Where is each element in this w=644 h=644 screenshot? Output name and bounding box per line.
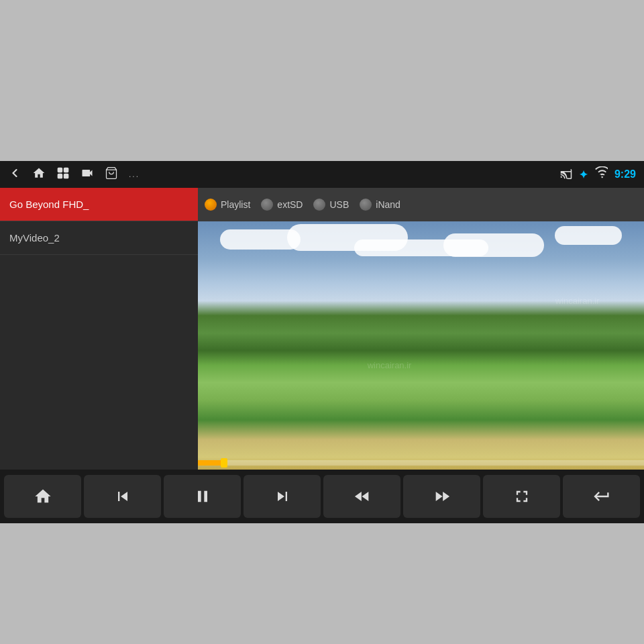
tab-usb[interactable]: USB <box>313 199 349 211</box>
status-icons: ✦ 9:29 <box>560 166 636 182</box>
video-frame: wincairan.ir wincairan.ir <box>198 221 644 470</box>
return-button[interactable] <box>563 475 640 518</box>
extsd-dot <box>261 199 273 211</box>
right-panel: Playlist extSD USB iNand <box>198 188 644 470</box>
tab-extsd[interactable]: extSD <box>261 199 303 211</box>
main-content: Go Beyond FHD_ MyVideo_2 Playlist extSD … <box>0 188 644 470</box>
video-player[interactable]: wincairan.ir wincairan.ir <box>198 221 644 470</box>
svg-rect-2 <box>58 174 62 178</box>
playlist-item-2[interactable]: MyVideo_2 <box>0 221 198 255</box>
fullscreen-button[interactable] <box>483 475 560 518</box>
progress-thumb <box>221 458 227 468</box>
watermark-1: wincairan.ir <box>368 360 412 370</box>
cloud-5 <box>354 239 488 256</box>
progress-fill <box>198 460 225 466</box>
bag-button[interactable] <box>105 166 118 183</box>
cloud-4 <box>555 226 622 245</box>
bluetooth-icon: ✦ <box>579 168 588 181</box>
playlist-sidebar: Go Beyond FHD_ MyVideo_2 <box>0 188 198 470</box>
clock: 9:29 <box>614 168 636 180</box>
svg-rect-0 <box>58 168 62 172</box>
tab-inand[interactable]: iNand <box>360 199 400 211</box>
playlist-dot <box>205 199 217 211</box>
playlist-item-1[interactable]: Go Beyond FHD_ <box>0 188 198 221</box>
home-button[interactable] <box>32 166 46 183</box>
back-button[interactable] <box>8 166 21 183</box>
status-bar: ... ✦ 9:29 <box>0 161 644 188</box>
wifi-icon <box>594 166 608 182</box>
rewind-button[interactable] <box>323 475 400 518</box>
playlist-label: Playlist <box>221 199 250 210</box>
usb-dot <box>313 199 325 211</box>
svg-rect-1 <box>64 168 68 172</box>
cloud-layer <box>198 221 644 321</box>
progress-bar[interactable] <box>198 460 644 466</box>
extsd-label: extSD <box>277 199 303 210</box>
usb-label: USB <box>329 199 349 210</box>
nav-buttons: ... <box>8 166 140 183</box>
recents-button[interactable] <box>56 166 70 183</box>
fast-forward-button[interactable] <box>403 475 480 518</box>
camera-button[interactable] <box>80 166 94 183</box>
cast-icon <box>560 167 572 182</box>
tab-playlist[interactable]: Playlist <box>205 199 250 211</box>
dots-button[interactable]: ... <box>129 170 140 179</box>
inand-label: iNand <box>376 199 400 210</box>
prev-button[interactable] <box>84 475 161 518</box>
pause-button[interactable] <box>164 475 241 518</box>
inand-dot <box>360 199 372 211</box>
next-button[interactable] <box>244 475 321 518</box>
playback-controls <box>0 470 644 523</box>
home-ctrl-button[interactable] <box>4 475 81 518</box>
device-frame: ... ✦ 9:29 Go Beyond FHD_ MyVideo_2 <box>0 161 644 523</box>
svg-rect-3 <box>64 174 68 178</box>
source-tabs: Playlist extSD USB iNand <box>198 188 644 221</box>
